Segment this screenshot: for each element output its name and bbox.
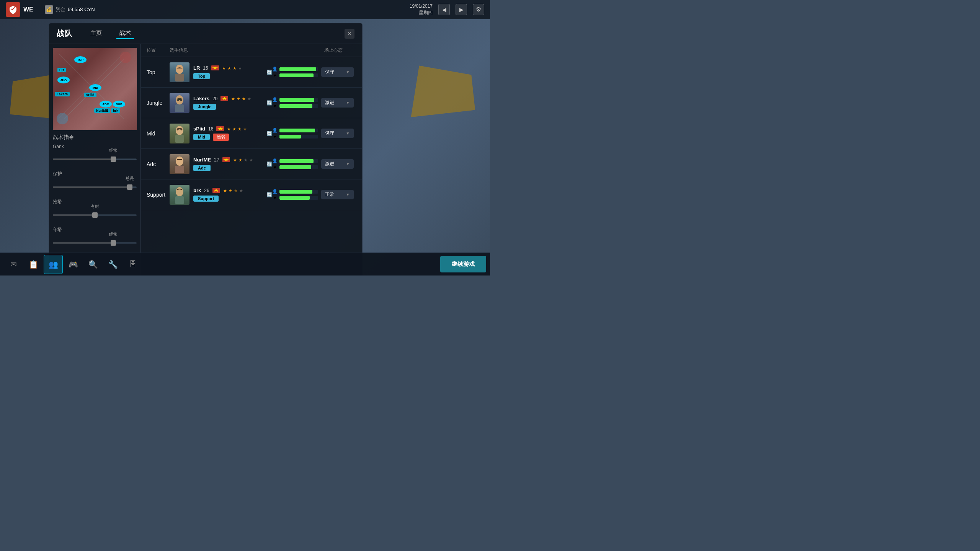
stars-lakers: ★ ★ ★ ★ (231, 96, 252, 101)
svg-rect-18 (175, 166, 184, 173)
svg-rect-15 (175, 135, 184, 143)
svg-rect-20 (177, 159, 182, 160)
avatar-lakers-svg (172, 94, 187, 112)
star1-nurfme: ★ (233, 158, 238, 162)
mental-label-nurfme: 激进 (325, 161, 334, 167)
mental-label-spiid: 保守 (325, 130, 334, 137)
clipboard-button[interactable]: 📋 (24, 255, 43, 274)
swap-icon-spiid[interactable]: 🔄 (266, 131, 272, 136)
flag-brk (212, 188, 220, 193)
mental-label-lakers: 激进 (325, 99, 334, 106)
map-node-jug[interactable]: JUG (57, 77, 70, 83)
header-mental: 场上心态 (310, 47, 356, 54)
position-top: Top (147, 69, 170, 75)
flag-spiid (216, 126, 224, 131)
player-details-spiid: sPiid 16 ★ ★ ★ ★ Mid 脆弱 (193, 126, 266, 141)
avatar-lr (170, 62, 189, 82)
star3-spiid: ★ (238, 127, 242, 131)
tactic-defend-thumb[interactable] (111, 240, 116, 246)
health-track-nurfme (279, 159, 318, 163)
star2-brk: ★ (229, 188, 233, 193)
player-name-nurfme: NurfME (193, 157, 211, 163)
date-time: 19/01/2017 星期四 (410, 3, 433, 16)
avatar-brk (170, 185, 189, 205)
scout-button[interactable]: 🔍 (83, 255, 103, 274)
player-name-row-nurfme: NurfME 27 ★ ★ ★ ★ (193, 157, 266, 163)
player-name-spiid: sPiid (193, 126, 205, 132)
position-support: Support (147, 192, 170, 198)
health-icon-brk: 👤 (272, 189, 278, 194)
mental-dropdown-lakers[interactable]: 激进 ▼ (321, 98, 354, 108)
star3-brk: ★ (234, 188, 238, 193)
player-level-nurfme: 27 (214, 157, 219, 163)
tab-home[interactable]: 主页 (87, 28, 105, 39)
mental-dropdown-nurfme[interactable]: 激进 ▼ (321, 159, 354, 169)
tactic-push-thumb[interactable] (92, 212, 98, 218)
health-fill-lakers (279, 98, 314, 102)
star1-lr: ★ (222, 66, 227, 70)
stars-lr: ★ ★ ★ ★ (222, 66, 243, 70)
tactic-gank-slider[interactable]: 经常 (53, 155, 137, 164)
flag-lakers (220, 96, 228, 101)
map-name-lakers: Lakers (55, 92, 70, 96)
dropdown-arrow-nurfme: ▼ (346, 162, 350, 166)
map-node-mid[interactable]: MID (89, 84, 101, 91)
weekday-label: 星期四 (410, 10, 433, 16)
health-fill-nurfme (279, 159, 314, 163)
player-level-lakers: 20 (212, 96, 217, 101)
map-name-brk: brk (111, 108, 120, 113)
wrench-button[interactable]: 🔧 (103, 255, 122, 274)
player-row-support: Support brk 26 (141, 179, 362, 210)
player-details-brk: brk 26 ★ ★ ★ ★ Support (193, 187, 266, 202)
tactic-defend-slider[interactable]: 经常 (53, 238, 137, 248)
mental-label-lr: 保守 (325, 69, 334, 75)
gamepad-button[interactable]: 🎮 (64, 255, 83, 274)
tactic-protect-label: 保护 (53, 171, 137, 177)
tactic-push-slider[interactable]: 有时 (53, 210, 137, 220)
database-button[interactable]: 🗄 (123, 255, 142, 274)
settings-button[interactable]: ⚙ (473, 4, 484, 15)
morale-track-spiid (279, 135, 318, 139)
map-node-adc[interactable]: ADC (100, 101, 112, 108)
continue-button[interactable]: 继续游戏 (440, 256, 486, 272)
health-fill-brk (279, 190, 312, 194)
tab-tactics[interactable]: 战术 (116, 28, 134, 39)
tactic-protect-thumb[interactable] (127, 184, 132, 190)
star4-lakers: ★ (247, 96, 252, 101)
morale-fill-lakers (279, 104, 312, 108)
map-node-top[interactable]: TOP (74, 56, 87, 63)
tactic-gank-track (53, 159, 137, 160)
morale-track-brk (279, 196, 318, 200)
team-logo (6, 2, 20, 17)
header-info: 选手信息 (170, 47, 310, 54)
health-icon-nurfme: 👤 (272, 158, 278, 163)
map-node-sup[interactable]: SUP (113, 101, 125, 108)
morale-icon-lakers: ♥ (272, 104, 278, 108)
header-position: 位置 (147, 47, 170, 54)
mail-button[interactable]: ✉ (4, 255, 23, 274)
tactic-protect-slider[interactable]: 总是 (53, 183, 137, 192)
team-name-label: WE (23, 6, 33, 13)
nav-next-button[interactable]: ▶ (456, 4, 467, 15)
swap-icon-nurfme[interactable]: 🔄 (266, 161, 272, 167)
role-badge-lr: Top (193, 73, 210, 79)
mental-dropdown-lr[interactable]: 保守 ▼ (321, 67, 354, 77)
nav-prev-button[interactable]: ◀ (438, 4, 450, 15)
star4-brk: ★ (239, 188, 244, 193)
star2-lakers: ★ (237, 96, 241, 101)
tactic-gank-thumb[interactable] (111, 156, 116, 162)
role-badge-nurfme: Adc (193, 165, 211, 171)
swap-icon-lr[interactable]: 🔄 (266, 70, 272, 75)
tactic-push-value: 有时 (91, 204, 99, 209)
mental-dropdown-spiid[interactable]: 保守 ▼ (321, 129, 354, 138)
team-button[interactable]: 👥 (44, 255, 63, 274)
role-row-lr: Top (193, 72, 266, 79)
player-name-row-lakers: Lakers 20 ★ ★ ★ ★ (193, 96, 266, 101)
close-button[interactable]: × (345, 29, 354, 39)
mental-dropdown-brk[interactable]: 正常 ▼ (321, 190, 354, 199)
swap-icon-lakers[interactable]: 🔄 (266, 100, 272, 106)
avatar-spiid-svg (172, 124, 187, 143)
swap-icon-brk[interactable]: 🔄 (266, 192, 272, 197)
morale-track-lakers (279, 104, 318, 108)
tactic-protect-row: 保护 总是 (53, 171, 137, 192)
